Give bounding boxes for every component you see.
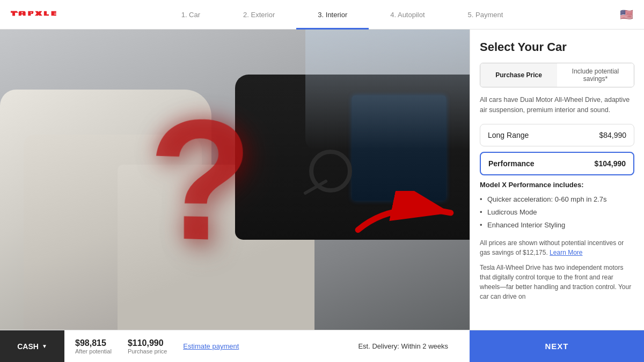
panel-body-text: Tesla All-Wheel Drive has two independen…: [480, 263, 634, 301]
tesla-logo: [11, 8, 64, 21]
panel-description: All cars have Dual Motor All-Wheel Drive…: [480, 95, 634, 115]
country-flag: 🇺🇸: [620, 8, 633, 21]
nav-car[interactable]: 1. Car: [160, 0, 222, 29]
delivery-estimate: Est. Delivery: Within 2 weeks: [358, 342, 448, 350]
chevron-down-icon: ▼: [42, 343, 47, 349]
performance-name: Performance: [488, 159, 535, 168]
step-navigation: 1. Car 2. Exterior 3. Interior 4. Autopi…: [64, 0, 620, 29]
long-range-option[interactable]: Long Range $84,990: [480, 124, 634, 146]
bottom-prices: $98,815 After potential $110,990 Purchas…: [64, 338, 470, 354]
car-image-area: ?: [0, 29, 470, 330]
bottom-bar: CASH ▼ $98,815 After potential $110,990 …: [0, 330, 644, 362]
includes-list: Quicker acceleration: 0-60 mph in 2.7s L…: [480, 193, 634, 232]
after-potential-value: $98,815: [75, 338, 112, 348]
nav-autopilot[interactable]: 4. Autopilot: [369, 0, 446, 29]
estimate-payment-link[interactable]: Estimate payment: [183, 342, 239, 350]
purchase-price-toggle[interactable]: Purchase Price: [480, 63, 557, 87]
purchase-price-item: $110,990 Purchase price: [128, 338, 167, 354]
cash-selector[interactable]: CASH ▼: [0, 330, 64, 363]
purchase-price-label: Purchase price: [128, 348, 167, 354]
long-range-price: $84,990: [599, 131, 626, 139]
long-range-name: Long Range: [488, 131, 529, 139]
nav-interior[interactable]: 3. Interior: [296, 0, 369, 29]
after-potential-label: After potential: [75, 348, 112, 354]
performance-option[interactable]: Performance $104,990: [480, 152, 634, 175]
after-potential-item: $98,815 After potential: [75, 338, 112, 354]
include-savings-toggle[interactable]: Include potential savings*: [557, 63, 634, 87]
learn-more-link[interactable]: Learn More: [550, 249, 582, 256]
purchase-price-value: $110,990: [128, 338, 167, 348]
panel-title: Select Your Car: [480, 40, 634, 54]
include-item-ludicrous: Ludicrous Mode: [480, 206, 634, 219]
price-toggle: Purchase Price Include potential savings…: [480, 63, 634, 87]
right-panel: Select Your Car Purchase Price Include p…: [470, 29, 644, 330]
cash-label: CASH: [17, 342, 39, 351]
include-item-acceleration: Quicker acceleration: 0-60 mph in 2.7s: [480, 193, 634, 206]
includes-title: Model X Performance includes:: [480, 181, 634, 189]
next-button[interactable]: NEXT: [470, 330, 644, 363]
nav-payment[interactable]: 5. Payment: [447, 0, 525, 29]
include-item-interior: Enhanced Interior Styling: [480, 219, 634, 232]
main-layout: ? Select Your Car Purchase Price Include…: [0, 29, 644, 330]
performance-price: $104,990: [595, 159, 626, 168]
nav-exterior[interactable]: 2. Exterior: [222, 0, 296, 29]
header: 1. Car 2. Exterior 3. Interior 4. Autopi…: [0, 0, 644, 29]
car-interior-background: [0, 29, 470, 330]
savings-note: All prices are shown without potential i…: [480, 238, 634, 257]
